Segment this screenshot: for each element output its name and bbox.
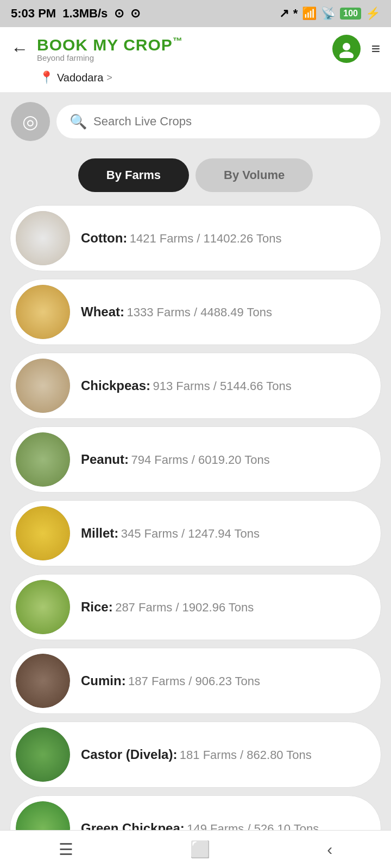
- nav-menu-icon[interactable]: ☰: [59, 840, 73, 859]
- location-text: Vadodara: [57, 72, 103, 84]
- search-icon: 🔍: [70, 113, 87, 130]
- crop-list: Cotton: 1421 Farms / 11402.26 Tons Wheat…: [0, 200, 391, 868]
- crop-image-wheat: [16, 285, 70, 339]
- location-pin-icon: 📍: [39, 71, 54, 85]
- crop-item-millet[interactable]: Millet: 345 Farms / 1247.94 Tons: [10, 500, 381, 566]
- crop-thumbnail-peanut: [16, 432, 70, 487]
- crop-image-cotton: [16, 211, 70, 265]
- header: ← BOOK MY CROP™ Beyond farming ≡: [0, 27, 391, 68]
- crop-item-castor[interactable]: Castor (Divela): 181 Farms / 862.80 Tons: [10, 722, 381, 788]
- signal-icon: 📶: [302, 7, 317, 21]
- crop-item-rice[interactable]: Rice: 287 Farms / 1902.96 Tons: [10, 574, 381, 640]
- crop-thumbnail-cumin: [16, 654, 70, 708]
- brand-name: BOOK MY CROP™: [37, 36, 324, 54]
- crop-name-rice: Rice:: [81, 599, 113, 614]
- crop-thumbnail-cotton: [16, 211, 70, 265]
- nav-back-icon[interactable]: ‹: [327, 840, 332, 859]
- gps-button[interactable]: ◎: [11, 102, 50, 141]
- menu-button[interactable]: ≡: [371, 40, 380, 58]
- crop-stats-peanut: 794 Farms / 6019.20 Tons: [131, 453, 269, 467]
- crop-name-millet: Millet:: [81, 526, 118, 540]
- status-network: 1.3MB/s: [62, 7, 108, 21]
- view-toggle: By Farms By Volume: [0, 149, 391, 200]
- wifi-icon: 📡: [321, 7, 336, 21]
- crop-item-peanut[interactable]: Peanut: 794 Farms / 6019.20 Tons: [10, 426, 381, 493]
- charge-icon: ⚡: [365, 7, 380, 21]
- header-icons: ≡: [332, 35, 380, 63]
- tab-by-farms[interactable]: By Farms: [78, 158, 189, 192]
- network-icon: ⊙: [114, 7, 124, 21]
- crop-name-chickpeas: Chickpeas:: [81, 378, 150, 393]
- crop-stats-cumin: 187 Farms / 906.23 Tons: [128, 674, 260, 688]
- search-input[interactable]: [93, 114, 367, 129]
- nav-bar: ☰ ⬜ ‹: [0, 830, 391, 868]
- crop-item-cotton[interactable]: Cotton: 1421 Farms / 11402.26 Tons: [10, 205, 381, 271]
- crop-image-castor: [16, 727, 70, 782]
- crop-image-peanut: [16, 432, 70, 487]
- crop-thumbnail-rice: [16, 580, 70, 634]
- location-bar[interactable]: 📍 Vadodara >: [0, 68, 391, 92]
- crop-name-cotton: Cotton:: [81, 231, 127, 245]
- bluetooth-icon: *: [293, 7, 298, 21]
- brand-area: BOOK MY CROP™ Beyond farming: [37, 36, 324, 62]
- crop-stats-castor: 181 Farms / 862.80 Tons: [180, 748, 312, 762]
- crop-thumbnail-castor: [16, 727, 70, 782]
- crop-info-cumin: Cumin: 187 Farms / 906.23 Tons: [81, 673, 368, 688]
- crop-stats-rice: 287 Farms / 1902.96 Tons: [115, 601, 254, 614]
- crop-image-cumin: [16, 654, 70, 708]
- status-right: ↗ * 📶 📡 100 ⚡: [279, 7, 380, 21]
- crop-info-rice: Rice: 287 Farms / 1902.96 Tons: [81, 599, 368, 615]
- status-time: 5:03 PM: [11, 7, 56, 21]
- crop-name-cumin: Cumin:: [81, 673, 126, 688]
- crop-image-millet: [16, 506, 70, 560]
- crop-name-castor: Castor (Divela):: [81, 747, 177, 762]
- crop-item-wheat[interactable]: Wheat: 1333 Farms / 4488.49 Tons: [10, 279, 381, 345]
- crop-name-wheat: Wheat:: [81, 304, 124, 319]
- profile-avatar[interactable]: [332, 35, 361, 63]
- svg-point-0: [343, 43, 350, 50]
- crop-info-millet: Millet: 345 Farms / 1247.94 Tons: [81, 526, 368, 541]
- gps-icon: ◎: [22, 111, 39, 132]
- crop-stats-millet: 345 Farms / 1247.94 Tons: [121, 527, 260, 540]
- crop-info-chickpeas: Chickpeas: 913 Farms / 5144.66 Tons: [81, 378, 368, 393]
- svg-point-1: [339, 52, 354, 58]
- location-arrow-icon: ↗: [279, 7, 289, 21]
- nav-home-icon[interactable]: ⬜: [190, 840, 210, 859]
- crop-info-castor: Castor (Divela): 181 Farms / 862.80 Tons: [81, 747, 368, 762]
- crop-thumbnail-millet: [16, 506, 70, 560]
- crop-name-peanut: Peanut:: [81, 452, 129, 467]
- crop-thumbnail-chickpeas: [16, 359, 70, 413]
- crop-image-chickpeas: [16, 359, 70, 413]
- crop-stats-wheat: 1333 Farms / 4488.49 Tons: [127, 305, 272, 319]
- search-bar[interactable]: 🔍: [56, 105, 380, 138]
- tab-by-volume[interactable]: By Volume: [195, 158, 313, 192]
- status-left: 5:03 PM 1.3MB/s ⊙ ⊙: [11, 7, 140, 21]
- crop-info-peanut: Peanut: 794 Farms / 6019.20 Tons: [81, 452, 368, 467]
- brand-tagline: Beyond farming: [37, 53, 324, 62]
- status-bar: 5:03 PM 1.3MB/s ⊙ ⊙ ↗ * 📶 📡 100 ⚡: [0, 0, 391, 27]
- search-area: ◎ 🔍: [0, 92, 391, 149]
- crop-info-cotton: Cotton: 1421 Farms / 11402.26 Tons: [81, 231, 368, 246]
- location-chevron-icon: >: [106, 72, 112, 84]
- crop-stats-chickpeas: 913 Farms / 5144.66 Tons: [153, 379, 292, 393]
- crop-item-cumin[interactable]: Cumin: 187 Farms / 906.23 Tons: [10, 648, 381, 714]
- crop-item-chickpeas[interactable]: Chickpeas: 913 Farms / 5144.66 Tons: [10, 353, 381, 419]
- battery-indicator: 100: [340, 8, 361, 20]
- back-button[interactable]: ←: [11, 39, 28, 59]
- phone-icon: ⊙: [130, 7, 140, 21]
- crop-image-rice: [16, 580, 70, 634]
- crop-stats-cotton: 1421 Farms / 11402.26 Tons: [130, 232, 282, 245]
- crop-info-wheat: Wheat: 1333 Farms / 4488.49 Tons: [81, 304, 368, 320]
- crop-thumbnail-wheat: [16, 285, 70, 339]
